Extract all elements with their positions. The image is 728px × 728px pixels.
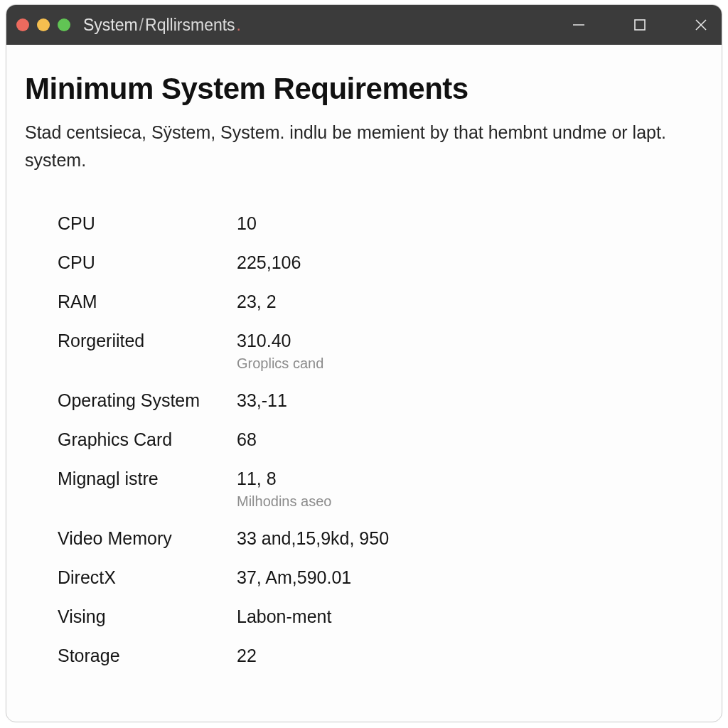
spec-label: RAM [58, 291, 237, 312]
title-dot: . [237, 16, 241, 35]
spec-value: 33,-11 [237, 390, 703, 411]
spec-value-col: 11, 8Milhodins aseo [237, 469, 703, 510]
spec-list: CPU10CPU225,106RAM23, 2Rorgeriited310.40… [25, 204, 703, 675]
maximize-button[interactable] [629, 14, 651, 36]
spec-value: 11, 8 [237, 469, 703, 489]
spec-value-col: 33 and,15,9kd, 950 [237, 528, 703, 549]
close-icon [693, 17, 709, 33]
spec-row: Storage22 [58, 636, 703, 675]
spec-value-col: 37, Am,590.01 [237, 567, 703, 588]
spec-label: CPU [58, 252, 237, 273]
spec-row: Video Memory33 and,15,9kd, 950 [58, 519, 703, 558]
spec-value-col: 68 [237, 429, 703, 450]
spec-value-col: 23, 2 [237, 291, 703, 312]
minimize-button[interactable] [568, 14, 589, 36]
spec-value: 33 and,15,9kd, 950 [237, 528, 703, 549]
minimize-icon [571, 17, 587, 33]
spec-value: 37, Am,590.01 [237, 567, 703, 588]
app-window: System / Rqllirsments . Minimum System R… [6, 4, 722, 722]
spec-label: Mignagl istre [58, 469, 237, 489]
traffic-lights [16, 18, 70, 31]
title-separator: / [139, 16, 144, 35]
spec-value: 310.40 [237, 331, 703, 351]
svg-rect-1 [635, 20, 645, 30]
content-area: Minimum System Requirements Stad centsie… [6, 45, 722, 675]
spec-row: Operating System33,-11 [58, 381, 703, 420]
spec-label: DirectX [58, 567, 237, 588]
minimize-dot[interactable] [37, 18, 50, 31]
spec-subtext: Groplics cand [237, 355, 703, 372]
page-title: Minimum System Requirements [25, 72, 703, 106]
spec-row: Mignagl istre11, 8Milhodins aseo [58, 459, 703, 519]
title-segment-2: Rqllirsments [145, 16, 235, 35]
titlebar: System / Rqllirsments . [6, 5, 722, 45]
zoom-dot[interactable] [58, 18, 70, 31]
spec-label: CPU [58, 213, 237, 234]
spec-label: Video Memory [58, 528, 237, 549]
spec-value: 10 [237, 213, 703, 234]
spec-row: CPU10 [58, 204, 703, 243]
spec-subtext: Milhodins aseo [237, 493, 703, 510]
spec-value-col: 10 [237, 213, 703, 234]
spec-value-col: 33,-11 [237, 390, 703, 411]
window-controls [568, 14, 712, 36]
title-segment-1: System [83, 16, 138, 35]
page-subtitle: Stad centsieca, Sÿstem, System. indlu be… [25, 119, 679, 174]
spec-label: Rorgeriited [58, 331, 237, 351]
spec-label: Graphics Card [58, 429, 237, 450]
spec-row: CPU225,106 [58, 243, 703, 282]
spec-row: Rorgeriited310.40Groplics cand [58, 321, 703, 381]
spec-value-col: Labon-ment [237, 606, 703, 627]
window-title: System / Rqllirsments . [83, 16, 241, 35]
spec-row: DirectX37, Am,590.01 [58, 558, 703, 597]
spec-row: Graphics Card68 [58, 420, 703, 459]
spec-value: 22 [237, 646, 703, 666]
spec-value: 68 [237, 429, 703, 450]
spec-row: RAM23, 2 [58, 282, 703, 321]
spec-label: Operating System [58, 390, 237, 411]
spec-value-col: 310.40Groplics cand [237, 331, 703, 372]
spec-value: 225,106 [237, 252, 703, 273]
spec-label: Storage [58, 646, 237, 666]
spec-value: Labon-ment [237, 606, 703, 627]
spec-label: Vising [58, 606, 237, 627]
maximize-icon [633, 18, 647, 32]
spec-value: 23, 2 [237, 291, 703, 312]
spec-value-col: 22 [237, 646, 703, 666]
close-dot[interactable] [16, 18, 29, 31]
spec-row: VisingLabon-ment [58, 597, 703, 636]
close-button[interactable] [690, 14, 712, 36]
spec-value-col: 225,106 [237, 252, 703, 273]
